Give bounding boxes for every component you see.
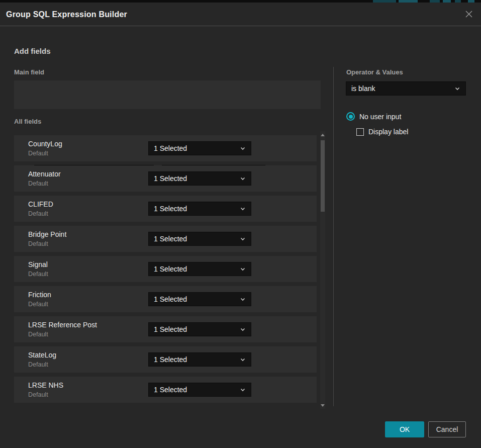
field-row: LRSE NHS Default 1 Selected (14, 377, 317, 403)
field-name: CLIFED (28, 200, 53, 208)
field-name: Friction (28, 291, 51, 299)
field-name: LRSE NHS (28, 381, 63, 389)
radio-label: No user input (359, 113, 401, 121)
field-row: CountyLog Default 1 Selected (14, 135, 317, 161)
field-name: StateLog (28, 351, 56, 359)
selection-dropdown-value: 1 Selected (154, 235, 237, 243)
cancel-button[interactable]: Cancel (428, 421, 466, 437)
field-subtitle: Default (28, 391, 48, 398)
chevron-down-icon (240, 356, 246, 363)
field-selection-dropdown[interactable]: 1 Selected (148, 232, 251, 246)
chevron-down-icon (240, 175, 246, 182)
chevron-down-icon (240, 206, 246, 212)
field-selection-dropdown[interactable]: 1 Selected (148, 202, 251, 216)
field-selection-dropdown[interactable]: 1 Selected (148, 141, 251, 155)
field-selection-dropdown[interactable]: 1 Selected (148, 383, 251, 397)
selection-dropdown-value: 1 Selected (154, 295, 237, 303)
list-scrollbar[interactable] (320, 131, 325, 409)
operator-dropdown-value: is blank (351, 84, 451, 93)
field-selection-dropdown[interactable]: 1 Selected (148, 262, 251, 276)
chevron-down-icon (240, 145, 246, 151)
display-label-checkbox[interactable]: Display label (356, 128, 408, 136)
dialog-title: Group SQL Expression Builder (6, 3, 127, 26)
field-name: Signal (28, 260, 48, 268)
field-subtitle: Default (28, 240, 48, 247)
chevron-down-icon (240, 266, 246, 272)
field-subtitle: Default (28, 150, 48, 157)
field-subtitle: Default (28, 301, 48, 308)
checkbox-label: Display label (368, 128, 408, 136)
all-fields-label: All fields (14, 118, 41, 125)
field-subtitle: Default (28, 331, 48, 338)
all-fields-list: CountyLog Default 1 Selected Attenuator … (14, 131, 317, 409)
dialog-header: Group SQL Expression Builder (0, 3, 481, 26)
field-row: StateLog Default 1 Selected (14, 346, 317, 373)
field-selection-dropdown[interactable]: 1 Selected (148, 352, 251, 367)
selection-dropdown-value: 1 Selected (154, 355, 237, 364)
field-name: LRSE Reference Post (28, 321, 97, 329)
close-button[interactable] (463, 9, 474, 20)
operator-dropdown[interactable]: is blank (346, 81, 466, 96)
chevron-down-icon (454, 85, 460, 92)
main-field-panel: CountyLog | Default From Date (14, 80, 321, 109)
field-row: LRSE Reference Post Default 1 Selected (14, 316, 317, 342)
scrollbar-down-arrow-icon[interactable] (320, 403, 325, 408)
scrollbar-up-arrow-icon[interactable] (320, 132, 325, 137)
field-subtitle: Default (28, 271, 48, 278)
field-selection-dropdown[interactable]: 1 Selected (148, 292, 251, 306)
chevron-down-icon (240, 326, 246, 332)
chevron-down-icon (240, 236, 246, 242)
selection-dropdown-value: 1 Selected (154, 205, 237, 213)
field-row: CLIFED Default 1 Selected (14, 196, 317, 222)
chevron-down-icon (240, 387, 246, 393)
field-subtitle: Default (28, 210, 48, 217)
no-user-input-radio[interactable]: No user input (346, 112, 401, 121)
main-field-label: Main field (14, 68, 44, 76)
field-name: Attenuator (28, 170, 61, 178)
field-subtitle: Default (28, 180, 48, 187)
ok-button[interactable]: OK (385, 421, 424, 437)
radio-selected-icon (346, 112, 355, 121)
add-fields-heading: Add fields (14, 47, 51, 55)
field-row: Friction Default 1 Selected (14, 286, 317, 312)
field-selection-dropdown[interactable]: 1 Selected (148, 171, 251, 186)
selection-dropdown-value: 1 Selected (154, 265, 237, 273)
operator-values-label: Operator & Values (346, 68, 403, 76)
field-row: Signal Default 1 Selected (14, 256, 317, 282)
group-sql-expression-builder-dialog: Group SQL Expression Builder Add fields … (0, 3, 481, 448)
selection-dropdown-value: 1 Selected (154, 386, 237, 394)
scrollbar-thumb[interactable] (321, 140, 325, 212)
selection-dropdown-value: 1 Selected (154, 174, 237, 183)
checkbox-unchecked-icon (356, 128, 364, 136)
field-row: Attenuator Default 1 Selected (14, 165, 317, 192)
field-subtitle: Default (28, 361, 48, 368)
field-name: CountyLog (28, 140, 62, 148)
chevron-down-icon (240, 296, 246, 302)
field-name: Bridge Point (28, 230, 66, 238)
field-row: Bridge Point Default 1 Selected (14, 226, 317, 252)
selection-dropdown-value: 1 Selected (154, 325, 237, 333)
field-selection-dropdown[interactable]: 1 Selected (148, 322, 251, 336)
selection-dropdown-value: 1 Selected (154, 144, 237, 152)
close-icon (465, 10, 473, 20)
section-divider (333, 67, 334, 406)
